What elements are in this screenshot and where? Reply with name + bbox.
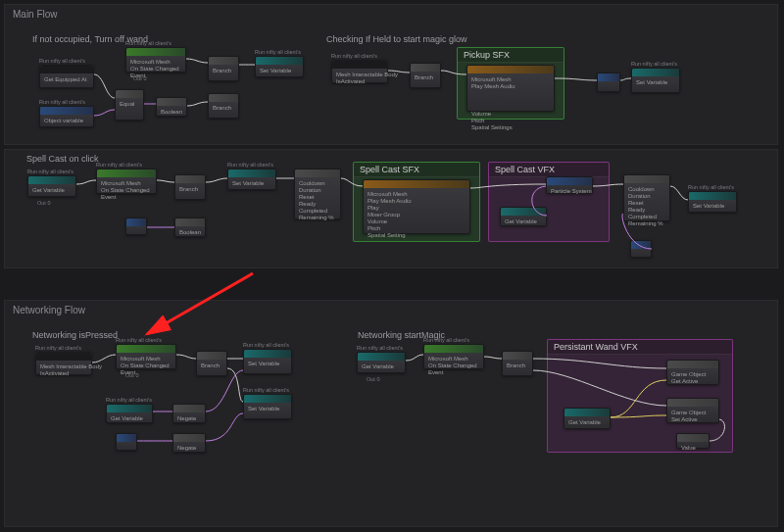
badge-run-8: Run nifty all client's [227, 162, 273, 168]
badge-out-a: Out 0 [133, 75, 146, 81]
badge-run-7: Run nifty all client's [96, 162, 142, 168]
subgroup-spellcast-label: Spell Cast on click [26, 154, 99, 164]
node-setvar-n1[interactable]: Set Variable [243, 349, 292, 374]
badge-run-m2: Run nifty all client's [423, 337, 469, 343]
badge-run-n2b: Run nifty all client's [106, 397, 152, 403]
badge-run-5: Run nifty all client's [631, 61, 677, 67]
subgroup-netpress-label: Networking isPressed [32, 330, 118, 340]
node-object-var-a[interactable]: Object variable [39, 106, 94, 127]
section-title-net: Networking Flow [13, 305, 85, 315]
node-cooldown-c[interactable]: Cooldown Duration Reset Ready Completed … [294, 169, 341, 219]
svg-line-0 [147, 273, 253, 334]
node-onstate-m[interactable]: Microsoft Mesh On State Changed Event [423, 344, 484, 369]
node-getvar-m[interactable]: Get Variable [357, 352, 406, 373]
node-branch-a1[interactable]: Branch [208, 56, 239, 81]
badge-run-4: Run nifty all client's [331, 53, 377, 59]
node-getvar-wand[interactable]: Get Variable [564, 408, 611, 429]
node-particle[interactable]: Particle System [546, 176, 593, 194]
node-onstate-a[interactable]: Microsoft Mesh On State Changed Event [125, 47, 186, 73]
badge-out-c: Out 0 [37, 200, 50, 206]
node-play-audio-pickup[interactable]: Microsoft Mesh Play Mesh Audio Volume Pi… [466, 65, 555, 112]
node-activated-n[interactable]: Mesh Interactable Body IsActivated [35, 352, 92, 375]
badge-run-1: Run nifty all client's [39, 58, 85, 64]
node-branch-m[interactable]: Branch [502, 351, 533, 376]
node-setvar-b[interactable]: Set Variable [631, 68, 680, 93]
node-setvar-a[interactable]: Set Variable [255, 56, 304, 77]
node-cooldown-d[interactable]: Cooldown Duration Reset Ready Completed … [623, 174, 670, 221]
badge-run-1b: Run nifty all client's [39, 99, 85, 105]
node-negate-n1[interactable]: Negate [172, 404, 206, 423]
node-boolean-c[interactable]: Boolean [174, 218, 206, 237]
node-setvar-d[interactable]: Set Variable [688, 191, 737, 213]
node-tiny-c2[interactable] [125, 218, 147, 235]
node-gameobj-set[interactable]: Game Object Set Active [666, 398, 719, 423]
node-setvar-c[interactable]: Set Variable [227, 169, 276, 190]
node-getvar-vfx[interactable]: Get Variable [500, 207, 547, 226]
node-gameobj-get[interactable]: Game Object Get Active [666, 360, 719, 385]
node-get-equipped[interactable]: Get Equipped At [39, 65, 94, 88]
comment-cast-vfx-title: Spell Cast VFX [489, 163, 609, 177]
node-negate-n2[interactable]: Negate [172, 433, 206, 453]
comment-wand-vfx-title: Persistant Wand VFX [548, 340, 732, 355]
badge-out-n: Out 0 [125, 372, 138, 378]
badge-run-m1: Run nifty all client's [357, 345, 403, 351]
node-equal-a[interactable]: Equal [115, 89, 144, 121]
subgroup-held-label: Checking If Held to start magic glow [326, 34, 467, 44]
node-activated-b[interactable]: Mesh Interactable Body IsActivated [331, 60, 388, 83]
badge-run-6: Run nifty all client's [27, 169, 74, 174]
node-getvar-c1[interactable]: Get Variable [27, 175, 76, 197]
node-branch-a2[interactable]: Branch [208, 93, 239, 119]
node-tiny-d[interactable] [630, 240, 652, 258]
section-title-main: Main Flow [13, 9, 58, 20]
badge-run-9: Run nifty all client's [688, 184, 734, 190]
badge-run-2: Run nifty all client's [125, 40, 172, 46]
badge-out-m: Out 0 [367, 376, 379, 382]
comment-cast-sfx-title: Spell Cast SFX [354, 163, 479, 177]
comment-pickup-sfx-title: Pickup SFX [458, 48, 564, 63]
node-tiny-b[interactable] [597, 73, 620, 92]
node-branch-c1[interactable]: Branch [174, 174, 206, 200]
node-setvar-n2[interactable]: Set Variable [243, 394, 292, 419]
badge-run-n1: Run nifty all client's [35, 345, 81, 351]
badge-run-n4: Run nifty all client's [243, 387, 289, 393]
badge-run-3: Run nifty all client's [255, 49, 301, 55]
node-value-wand[interactable]: Value [676, 433, 710, 449]
node-branch-b[interactable]: Branch [410, 63, 441, 88]
node-onstate-n[interactable]: Microsoft Mesh On State Changed Event [116, 344, 176, 369]
node-branch-n1[interactable]: Branch [196, 351, 227, 376]
node-boolean-a[interactable]: Boolean [156, 97, 187, 117]
node-play-audio-cast[interactable]: Microsoft Mesh Play Mesh Audio Play Mixe… [363, 179, 470, 234]
node-onstate-c[interactable]: Microsoft Mesh On State Changed Event [96, 169, 157, 194]
node-tiny-n[interactable] [116, 433, 137, 451]
comment-cast-vfx: Spell Cast VFX [488, 162, 610, 242]
node-getvar-n[interactable]: Get Variable [106, 404, 153, 423]
red-arrow [137, 269, 265, 343]
